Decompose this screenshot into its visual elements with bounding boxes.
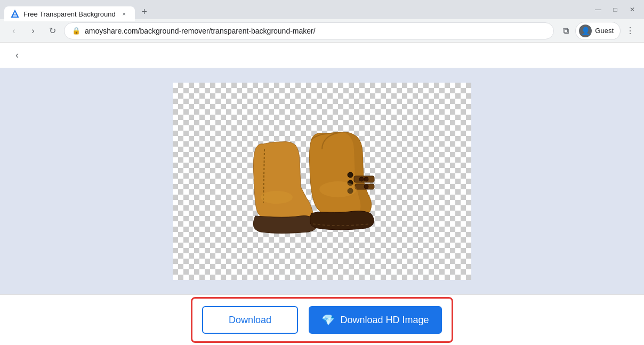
download-hd-button[interactable]: 💎 Download HD Image — [309, 306, 442, 334]
account-button[interactable]: 👤 Guest — [575, 22, 621, 40]
svg-point-9 — [348, 172, 353, 178]
svg-point-3 — [261, 191, 293, 204]
page-content: ‹ — [0, 43, 644, 345]
title-bar: Free Transparent Background × + — □ ✕ — [0, 0, 644, 19]
minimize-button[interactable]: — — [591, 2, 606, 17]
page-topbar: ‹ — [0, 43, 644, 68]
address-bar: ‹ › ↻ 🔒 amoyshare.com/background-remover… — [0, 19, 644, 43]
address-right: ⧉ 👤 Guest ⋮ — [558, 22, 638, 40]
svg-point-6 — [364, 177, 368, 181]
svg-point-12 — [319, 181, 357, 197]
maximize-button[interactable]: □ — [608, 2, 623, 17]
page-back-button[interactable]: ‹ — [9, 47, 26, 64]
menu-button[interactable]: ⋮ — [623, 23, 638, 38]
close-button[interactable]: ✕ — [625, 2, 640, 17]
buttons-highlight-box: Download 💎 Download HD Image — [191, 297, 453, 343]
main-area — [0, 68, 644, 294]
url-bar[interactable]: 🔒 amoyshare.com/background-remover/trans… — [64, 22, 554, 39]
window-controls: — □ ✕ — [591, 2, 640, 17]
tab-favicon — [11, 10, 19, 18]
svg-point-7 — [364, 184, 368, 189]
account-icon: 👤 — [579, 25, 592, 37]
tab-close-button[interactable]: × — [120, 10, 128, 18]
browser-frame: Free Transparent Background × + — □ ✕ ‹ … — [0, 0, 644, 345]
svg-marker-0 — [12, 11, 18, 17]
boots-image — [173, 83, 471, 280]
bottom-bar: Download 💎 Download HD Image — [0, 294, 644, 345]
svg-point-8 — [359, 177, 364, 181]
download-hd-label: Download HD Image — [340, 315, 429, 326]
image-container — [173, 83, 471, 280]
tab-title: Free Transparent Background — [23, 10, 116, 18]
forward-button[interactable]: › — [26, 23, 41, 38]
new-tab-button[interactable]: + — [137, 4, 152, 19]
tab-area: Free Transparent Background × + — [4, 0, 591, 19]
boots-svg — [231, 112, 413, 251]
lock-icon: 🔒 — [72, 27, 80, 35]
account-label: Guest — [595, 27, 614, 35]
download-button[interactable]: Download — [202, 306, 298, 334]
split-screen-button[interactable]: ⧉ — [558, 23, 573, 38]
refresh-button[interactable]: ↻ — [45, 23, 60, 38]
url-text: amoyshare.com/background-remover/transpa… — [85, 27, 316, 35]
back-button[interactable]: ‹ — [6, 23, 21, 38]
diamond-icon: 💎 — [321, 314, 335, 326]
active-tab[interactable]: Free Transparent Background × — [4, 6, 135, 21]
